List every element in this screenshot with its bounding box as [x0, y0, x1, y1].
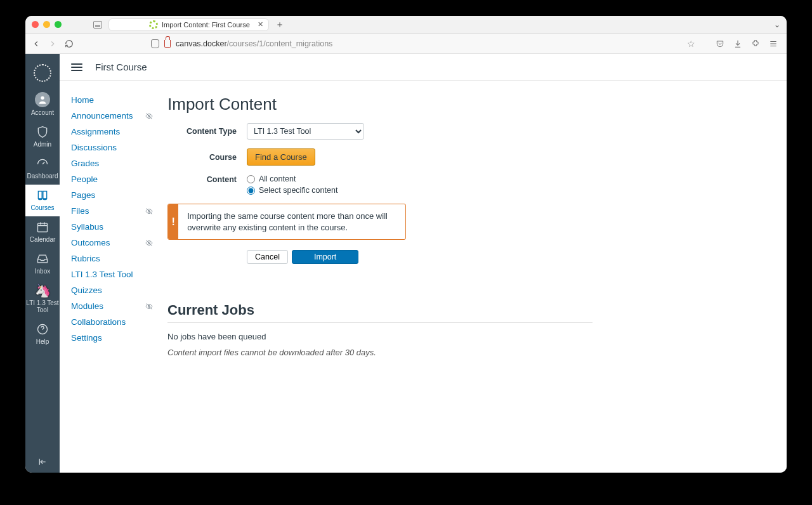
nav-lti-test-tool[interactable]: 🦄 LTI 1.3 Test Tool [25, 280, 60, 318]
address-bar[interactable]: canvas.docker/courses/1/content_migratio… [151, 39, 332, 48]
window-controls [32, 21, 62, 28]
coursenav-collaborations[interactable]: Collaborations [71, 314, 161, 330]
hidden-eye-icon [145, 112, 154, 120]
nav-dashboard[interactable]: Dashboard [25, 153, 60, 185]
nav-label: Dashboard [27, 173, 58, 180]
canvas-logo-icon[interactable] [34, 64, 51, 82]
import-button[interactable]: Import [292, 250, 358, 264]
zoom-window-button[interactable] [55, 21, 62, 28]
coursenav-quizzes[interactable]: Quizzes [71, 282, 161, 298]
insecure-lock-icon[interactable] [164, 40, 171, 48]
find-course-button[interactable]: Find a Course [247, 148, 315, 166]
overwrite-warning-alert: ! Importing the same course content more… [167, 204, 406, 240]
content-type-select[interactable]: LTI 1.3 Test Tool [247, 123, 364, 140]
tracking-shield-icon[interactable] [151, 39, 159, 48]
back-button[interactable] [32, 39, 41, 48]
label-content: Content [167, 174, 247, 184]
coursenav-grades[interactable]: Grades [71, 155, 161, 171]
coursenav-settings[interactable]: Settings [71, 330, 161, 346]
forward-button[interactable] [48, 39, 57, 48]
radio-all-input[interactable] [247, 175, 255, 183]
coursenav-discussions[interactable]: Discussions [71, 140, 161, 155]
sidebar-toggle-icon[interactable] [93, 21, 102, 29]
current-jobs-heading: Current Jobs [167, 302, 593, 323]
nav-account[interactable]: Account [25, 88, 60, 121]
breadcrumb-bar: First Course [60, 54, 787, 81]
cancel-button[interactable]: Cancel [247, 250, 288, 264]
coursenav-outcomes[interactable]: Outcomes [71, 235, 161, 251]
close-tab-icon[interactable]: ✕ [258, 20, 263, 29]
nav-label: Help [36, 338, 49, 345]
close-window-button[interactable] [32, 21, 39, 28]
svg-point-0 [41, 96, 44, 100]
reload-button[interactable] [65, 39, 74, 48]
coursenav-home[interactable]: Home [71, 92, 161, 108]
svg-rect-1 [38, 223, 48, 232]
form-actions: Cancel Import [247, 250, 768, 264]
radio-specific-content[interactable]: Select specific content [247, 186, 337, 195]
coursenav-modules[interactable]: Modules [71, 298, 161, 314]
shield-icon [36, 125, 49, 139]
nav-label: Admin [34, 141, 51, 148]
minimize-window-button[interactable] [43, 21, 50, 28]
site-favicon-icon [149, 20, 158, 29]
coursenav-files[interactable]: Files [71, 203, 161, 219]
nav-label: Inbox [35, 268, 50, 275]
coursenav-label: Outcomes [71, 238, 110, 247]
coursenav-label: Quizzes [71, 285, 102, 295]
nav-calendar[interactable]: Calendar [25, 216, 60, 248]
page: First Course Home Announcements Assignme… [60, 54, 787, 473]
nav-admin[interactable]: Admin [25, 121, 60, 153]
global-nav: Account Admin Dashboard Courses [25, 54, 60, 473]
page-heading: Import Content [167, 95, 768, 114]
label-course: Course [167, 153, 247, 162]
extensions-icon[interactable] [751, 39, 760, 48]
hidden-eye-icon [145, 239, 154, 247]
window-titlebar: Import Content: First Course ✕ ＋ ⌄ [25, 16, 787, 34]
tabs-overflow-icon[interactable]: ⌄ [774, 20, 780, 29]
dashboard-icon [36, 157, 49, 171]
coursenav-lti-test-tool[interactable]: LTI 1.3 Test Tool [71, 266, 161, 282]
page-body: Home Announcements Assignments Discussio… [60, 81, 787, 473]
coursenav-label: Pages [71, 190, 95, 200]
nav-inbox[interactable]: Inbox [25, 248, 60, 280]
radio-specific-input[interactable] [247, 187, 255, 195]
breadcrumb-course[interactable]: First Course [95, 62, 147, 72]
app-main: Account Admin Dashboard Courses [25, 54, 787, 473]
coursenav-announcements[interactable]: Announcements [71, 108, 161, 124]
help-icon [36, 322, 49, 336]
content-radio-group: All content Select specific content [247, 174, 337, 195]
coursenav-label: Settings [71, 333, 102, 343]
label-content-type: Content Type [167, 127, 247, 136]
coursenav-assignments[interactable]: Assignments [71, 124, 161, 140]
courses-book-icon [36, 188, 49, 202]
coursenav-label: Assignments [71, 127, 120, 136]
coursenav-rubrics[interactable]: Rubrics [71, 251, 161, 266]
url-text: canvas.docker/courses/1/content_migratio… [176, 39, 332, 48]
browser-window: Import Content: First Course ✕ ＋ ⌄ canva… [25, 16, 787, 473]
coursenav-label: Home [71, 95, 94, 105]
coursenav-people[interactable]: People [71, 171, 161, 187]
nav-courses[interactable]: Courses [25, 185, 60, 216]
collapse-nav-button[interactable] [25, 457, 60, 466]
bookmark-star-icon[interactable]: ☆ [687, 39, 695, 49]
app-menu-icon[interactable] [769, 39, 778, 48]
radio-all-content[interactable]: All content [247, 174, 337, 183]
coursenav-label: Rubrics [71, 254, 100, 263]
row-content-type: Content Type LTI 1.3 Test Tool [167, 123, 768, 140]
course-nav-toggle[interactable] [71, 63, 82, 71]
row-course: Course Find a Course [167, 148, 768, 166]
alert-text: Importing the same course content more t… [178, 204, 405, 239]
coursenav-label: Announcements [71, 111, 133, 121]
row-content: Content All content Select specific cont… [167, 174, 768, 195]
downloads-icon[interactable] [733, 39, 742, 48]
coursenav-pages[interactable]: Pages [71, 187, 161, 203]
pocket-icon[interactable] [716, 39, 724, 48]
new-tab-button[interactable]: ＋ [275, 19, 284, 30]
avatar-icon [35, 92, 50, 107]
coursenav-syllabus[interactable]: Syllabus [71, 219, 161, 235]
nav-label: LTI 1.3 Test Tool [25, 299, 60, 313]
browser-tab[interactable]: Import Content: First Course ✕ [108, 18, 269, 31]
hidden-eye-icon [145, 207, 154, 215]
nav-help[interactable]: Help [25, 318, 60, 350]
